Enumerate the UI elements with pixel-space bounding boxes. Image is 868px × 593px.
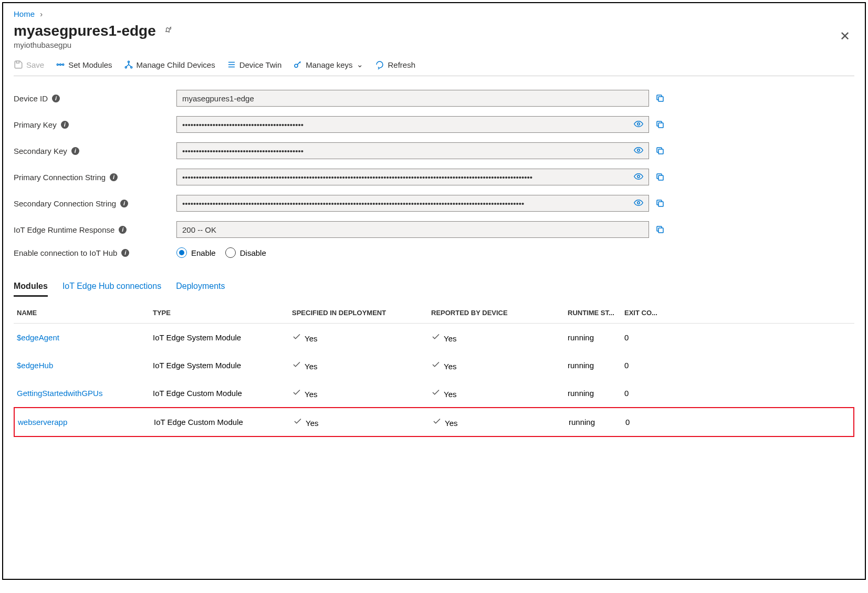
- col-header-runtime[interactable]: RUNTIME ST...: [568, 309, 624, 317]
- info-icon[interactable]: i: [120, 200, 128, 207]
- svg-point-3: [62, 64, 64, 66]
- table-row[interactable]: $edgeAgentIoT Edge System ModuleYesYesru…: [14, 324, 854, 351]
- tab-deployments[interactable]: Deployments: [176, 282, 225, 297]
- module-spec: Yes: [293, 417, 432, 428]
- table-row[interactable]: $edgeHubIoT Edge System ModuleYesYesrunn…: [14, 351, 854, 379]
- info-icon[interactable]: i: [61, 121, 69, 129]
- module-runtime: running: [569, 418, 625, 426]
- breadcrumb: Home ›: [14, 9, 854, 18]
- eye-icon[interactable]: [634, 198, 643, 209]
- module-type: IoT Edge Custom Module: [154, 418, 293, 426]
- col-header-spec[interactable]: SPECIFIED IN DEPLOYMENT: [292, 309, 431, 317]
- toolbar: Save Set Modules Manage Child Devices De…: [14, 60, 854, 76]
- module-spec: Yes: [292, 332, 431, 343]
- svg-point-16: [637, 175, 640, 178]
- module-exit: 0: [625, 418, 665, 426]
- copy-icon[interactable]: [655, 172, 665, 182]
- save-button: Save: [14, 60, 44, 69]
- copy-icon[interactable]: [655, 93, 665, 103]
- radio-circle-icon: [176, 247, 187, 258]
- module-link[interactable]: webserverapp: [18, 418, 67, 426]
- refresh-button[interactable]: Refresh: [375, 60, 415, 69]
- chevron-down-icon: ⌄: [357, 60, 363, 69]
- col-header-rep[interactable]: REPORTED BY DEVICE: [431, 309, 568, 317]
- module-link[interactable]: $edgeAgent: [17, 333, 59, 342]
- module-type: IoT Edge System Module: [153, 333, 292, 342]
- module-link[interactable]: GettingStartedwithGPUs: [17, 389, 102, 398]
- info-icon[interactable]: i: [71, 147, 79, 155]
- table-header: NAME TYPE SPECIFIED IN DEPLOYMENT REPORT…: [14, 303, 854, 324]
- svg-rect-11: [658, 97, 663, 101]
- copy-icon[interactable]: [655, 225, 665, 234]
- device-id-field: myasegpures1-edge: [176, 90, 649, 107]
- module-type: IoT Edge System Module: [153, 361, 292, 370]
- eye-icon[interactable]: [634, 172, 643, 183]
- module-runtime: running: [568, 333, 624, 342]
- key-icon: [293, 60, 302, 69]
- svg-point-18: [637, 201, 640, 204]
- set-modules-button[interactable]: Set Modules: [56, 60, 112, 69]
- copy-icon[interactable]: [655, 199, 665, 208]
- module-rep: Yes: [431, 388, 568, 399]
- check-icon: [431, 388, 441, 397]
- svg-point-4: [128, 61, 129, 63]
- secondary-key-label: Secondary Key: [14, 147, 67, 155]
- primary-key-label: Primary Key: [14, 120, 57, 129]
- col-header-name[interactable]: NAME: [14, 309, 153, 317]
- set-modules-icon: [56, 60, 65, 69]
- col-header-type[interactable]: TYPE: [153, 309, 292, 317]
- module-exit: 0: [624, 389, 664, 398]
- module-link[interactable]: $edgeHub: [17, 361, 53, 370]
- secondary-key-field: ••••••••••••••••••••••••••••••••••••••••…: [176, 142, 649, 159]
- modules-table: NAME TYPE SPECIFIED IN DEPLOYMENT REPORT…: [14, 303, 854, 437]
- svg-point-12: [637, 122, 640, 125]
- disable-radio[interactable]: Disable: [225, 247, 266, 258]
- copy-icon[interactable]: [655, 120, 665, 129]
- page-title: myasegpures1-edge: [14, 23, 156, 39]
- svg-point-5: [125, 67, 127, 68]
- svg-rect-0: [16, 61, 19, 63]
- svg-rect-19: [658, 202, 663, 206]
- radio-circle-icon: [225, 247, 236, 258]
- svg-point-6: [130, 67, 132, 68]
- manage-keys-button[interactable]: Manage keys ⌄: [293, 60, 363, 69]
- module-rep: Yes: [431, 360, 568, 371]
- col-header-exit[interactable]: EXIT CO...: [624, 309, 664, 317]
- manage-child-button[interactable]: Manage Child Devices: [124, 60, 215, 69]
- table-row[interactable]: webserverappIoT Edge Custom ModuleYesYes…: [14, 407, 854, 437]
- copy-icon[interactable]: [655, 146, 665, 155]
- refresh-icon: [375, 60, 384, 69]
- svg-point-14: [637, 149, 640, 151]
- svg-rect-15: [658, 149, 663, 154]
- close-icon[interactable]: ✕: [835, 25, 854, 48]
- table-row[interactable]: GettingStartedwithGPUsIoT Edge Custom Mo…: [14, 379, 854, 407]
- check-icon: [292, 388, 301, 397]
- pin-icon[interactable]: [163, 25, 173, 37]
- module-exit: 0: [624, 333, 664, 342]
- svg-point-1: [57, 64, 58, 66]
- module-exit: 0: [624, 361, 664, 370]
- info-icon[interactable]: i: [119, 226, 127, 234]
- eye-icon[interactable]: [634, 119, 643, 130]
- enable-radio[interactable]: Enable: [176, 247, 216, 258]
- eye-icon[interactable]: [634, 145, 643, 157]
- module-spec: Yes: [292, 388, 431, 399]
- enable-conn-label: Enable connection to IoT Hub: [14, 248, 117, 257]
- tab-modules[interactable]: Modules: [14, 282, 48, 297]
- tab-connections[interactable]: IoT Edge Hub connections: [62, 282, 161, 297]
- secondary-conn-field: ••••••••••••••••••••••••••••••••••••••••…: [176, 195, 649, 212]
- info-icon[interactable]: i: [110, 173, 118, 181]
- info-icon[interactable]: i: [121, 249, 129, 257]
- info-icon[interactable]: i: [52, 95, 60, 102]
- module-rep: Yes: [431, 332, 568, 343]
- svg-rect-13: [658, 123, 663, 128]
- device-twin-button[interactable]: Device Twin: [227, 60, 282, 69]
- secondary-conn-label: Secondary Connection String: [14, 199, 116, 208]
- module-rep: Yes: [432, 417, 569, 428]
- breadcrumb-home[interactable]: Home: [14, 9, 35, 18]
- primary-key-field: ••••••••••••••••••••••••••••••••••••••••…: [176, 116, 649, 133]
- check-icon: [293, 417, 302, 426]
- list-icon: [227, 60, 236, 69]
- chevron-right-icon: ›: [40, 9, 43, 18]
- svg-point-2: [60, 64, 61, 66]
